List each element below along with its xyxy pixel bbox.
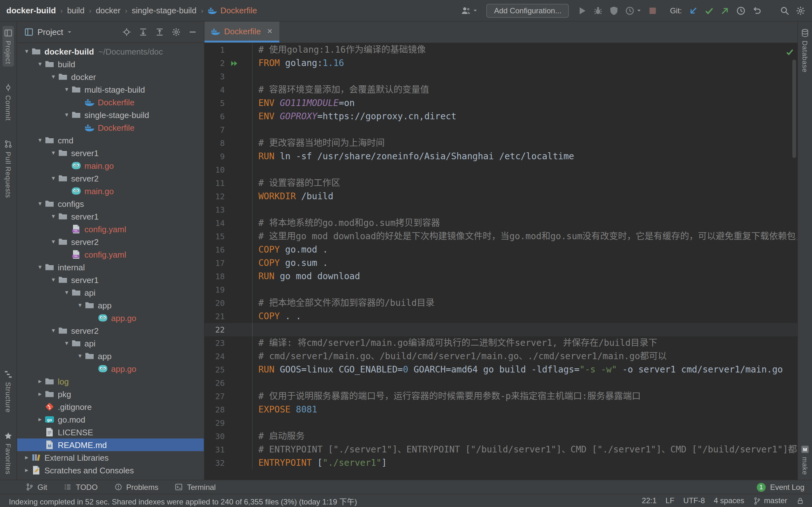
tree-item-server1[interactable]: ▾server1 [17,210,204,223]
history-icon[interactable] [736,5,746,15]
project-view-selector[interactable]: Project [38,27,63,37]
tree-item-internal[interactable]: ▾internal [17,261,204,274]
chevron-open-icon[interactable]: ▾ [62,109,71,121]
editor-gutter[interactable]: 15 [205,230,253,243]
tree-item-docker[interactable]: ▾docker [17,70,204,83]
commit-check-icon[interactable] [704,5,714,15]
encoding-widget[interactable]: UTF-8 [684,496,705,505]
stop-icon[interactable] [648,5,658,15]
chevron-open-icon[interactable]: ▾ [36,198,45,210]
coverage-icon[interactable] [609,5,619,15]
breadcrumb-item-docker[interactable]: docker [96,6,121,15]
indent-widget[interactable]: 4 spaces [714,496,744,505]
user-menu-button[interactable] [461,5,478,15]
run-gutter-icon[interactable] [230,59,238,67]
tree-item-multi-stage-build[interactable]: ▾multi-stage-build [17,83,204,96]
editor-gutter[interactable]: 4 [205,83,253,97]
tree-item-gitignore[interactable]: .gitignore [17,400,204,413]
chevron-open-icon[interactable]: ▾ [49,70,58,83]
tree-item-license[interactable]: LICENSE [17,426,204,439]
chevron-closed-icon[interactable]: ▸ [36,413,45,426]
chevron-open-icon[interactable]: ▾ [62,286,71,299]
event-log-button[interactable]: 1 Event Log [757,483,804,492]
chevron-open-icon[interactable]: ▾ [49,172,58,185]
editor-gutter[interactable]: 11 [205,176,253,190]
chevron-open-icon[interactable]: ▾ [36,134,45,147]
tree-item-pkg[interactable]: ▸pkg [17,388,204,400]
breadcrumb-item-build[interactable]: build [67,6,85,15]
close-icon[interactable] [267,28,273,34]
tree-item-cmd[interactable]: ▾cmd [17,134,204,147]
editor-gutter[interactable]: 1 [205,43,253,56]
tree-item-server1[interactable]: ▾server1 [17,147,204,159]
tree-item-dockerfile[interactable]: Dockerfile [17,96,204,109]
tab-dockerfile[interactable]: Dockerfile [205,21,279,43]
editor-gutter[interactable]: 8 [205,136,253,150]
tree-item-api[interactable]: ▾api [17,286,204,299]
tree-item-server2[interactable]: ▾server2 [17,172,204,185]
editor-gutter[interactable]: 24 [205,350,253,363]
tree-item-server2[interactable]: ▾server2 [17,324,204,337]
tree-item-config-yaml[interactable]: YMLconfig.yaml [17,223,204,235]
editor-gutter[interactable]: 17 [205,257,253,270]
panel-settings-gear-icon[interactable] [171,27,181,37]
caret-position-widget[interactable]: 22:1 [642,496,657,505]
run-icon[interactable] [578,5,588,15]
chevron-open-icon[interactable]: ▾ [75,350,85,362]
select-opened-file-icon[interactable] [122,27,131,37]
inspection-ok-icon[interactable] [785,48,794,56]
debug-icon[interactable] [593,5,603,15]
tree-item-scratches-and-consoles[interactable]: ▸Scratches and Consoles [17,464,204,476]
editor-gutter[interactable]: 21 [205,309,253,323]
chevron-open-icon[interactable]: ▾ [36,261,45,274]
editor-gutter[interactable]: 6 [205,110,253,123]
tree-item-readme-md[interactable]: MREADME.md [17,439,204,451]
tree-item-dockerfile[interactable]: Dockerfile [17,121,204,134]
code-editor[interactable]: 1# 使用golang:1.16作为编译的基础镜像2FROM golang:1.… [205,43,797,480]
tree-item-server2[interactable]: ▾server2 [17,235,204,248]
breadcrumb-item-dockerfile[interactable]: Dockerfile [208,6,257,15]
chevron-open-icon[interactable]: ▾ [49,324,58,337]
editor-gutter[interactable]: 18 [205,270,253,283]
editor-gutter[interactable]: 14 [205,216,253,230]
editor-gutter[interactable]: 23 [205,336,253,350]
gear-icon[interactable] [796,5,806,15]
toolwindow-button-problems[interactable]: Problems [114,483,158,492]
chevron-open-icon[interactable]: ▾ [22,45,31,58]
toolwindow-button-database[interactable]: Database [799,26,811,75]
editor-gutter[interactable]: 28 [205,403,253,416]
chevron-open-icon[interactable]: ▾ [62,83,71,96]
toolwindow-button-git[interactable]: Git [25,483,47,492]
editor-scrollbar[interactable] [791,60,797,480]
toolwindow-button-structure[interactable]: Structure [3,368,14,415]
collapse-all-icon[interactable] [155,27,164,37]
chevron-open-icon[interactable]: ▾ [36,58,45,70]
git-branch-widget[interactable]: master [753,496,787,505]
editor-gutter[interactable]: 3 [205,70,253,83]
breadcrumb-item-docker-build[interactable]: docker-build [6,6,56,15]
chevron-closed-icon[interactable]: ▸ [36,388,45,400]
toolwindow-button-pull-requests[interactable]: Pull Requests [3,137,14,201]
editor-gutter[interactable]: 27 [205,390,253,403]
tree-item-external-libraries[interactable]: ▸External Libraries [17,451,204,464]
editor-gutter[interactable]: 31 [205,443,253,456]
editor-gutter[interactable]: 5 [205,97,253,110]
search-icon[interactable] [779,5,790,15]
tree-item-api[interactable]: ▾api [17,337,204,350]
push-icon[interactable] [720,5,730,15]
editor-gutter[interactable]: 19 [205,283,253,296]
chevron-closed-icon[interactable]: ▸ [22,464,31,476]
tree-item-app-go[interactable]: app.go [17,362,204,375]
chevron-down-icon[interactable] [67,29,73,35]
editor-gutter[interactable]: 20 [205,296,253,309]
toolwindow-button-make[interactable]: Mmake [799,442,811,477]
editor-gutter[interactable]: 10 [205,163,253,176]
tree-item-main-go[interactable]: main.go [17,159,204,172]
editor-gutter[interactable]: 26 [205,376,253,390]
breadcrumb-item-single-stage-build[interactable]: single-stage-build [132,6,197,15]
tree-item-log[interactable]: ▸log [17,375,204,388]
toolwindow-button-commit[interactable]: Commit [3,80,14,123]
tree-item-app[interactable]: ▾app [17,350,204,362]
update-project-icon[interactable] [688,5,698,15]
chevron-open-icon[interactable]: ▾ [49,235,58,248]
